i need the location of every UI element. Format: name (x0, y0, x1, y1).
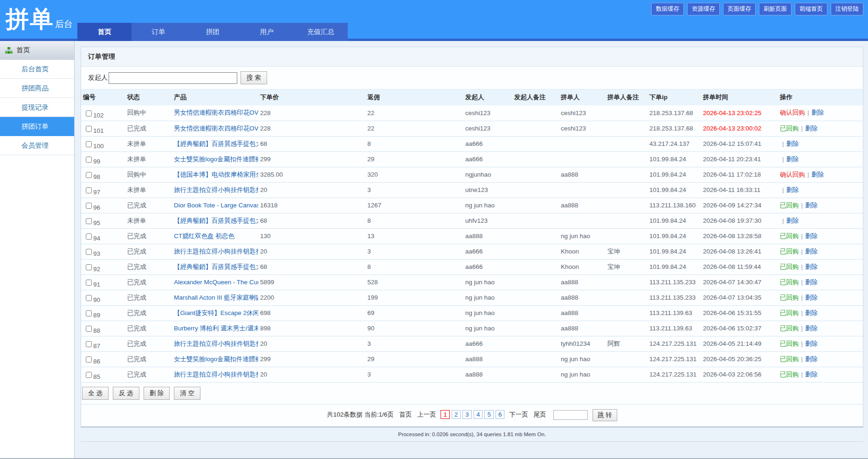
delete-link[interactable]: 删除 (812, 171, 824, 178)
page-link[interactable]: 6 (496, 410, 505, 419)
jump-button[interactable]: 跳 转 (592, 409, 617, 421)
row-checkbox[interactable] (86, 126, 92, 132)
delete-link[interactable]: 删除 (805, 294, 818, 301)
delete-link[interactable]: 删除 (805, 233, 818, 240)
delete-link[interactable]: 删除 (805, 248, 818, 255)
row-checkbox[interactable] (86, 372, 92, 378)
cell-actions: 已回购|删除 (778, 290, 863, 305)
page-next-link[interactable]: 下一页 (509, 411, 528, 418)
delete-link[interactable]: 删除 (805, 279, 818, 286)
product-link[interactable]: Dior Book Tote - Large Canvas Monog (174, 202, 258, 209)
product-link[interactable]: 旅行主題拍立得小狗挂件钥匙扣包包配 (174, 340, 258, 347)
sidebar-item-member-management[interactable]: 会员管理 (0, 136, 74, 155)
product-link[interactable]: 男女情侶連帽衛衣四格印花OVERSIZEI (174, 125, 258, 132)
nav-tab-users[interactable]: 用户 (240, 23, 294, 41)
delete-link[interactable]: 删除 (812, 109, 824, 116)
product-link[interactable]: 旅行主題拍立得小狗挂件钥匙扣包包配 (174, 248, 258, 255)
invert-selection-button[interactable]: 反 选 (113, 387, 139, 400)
delete-link[interactable]: 删除 (805, 356, 818, 363)
nav-tab-group[interactable]: 拼团 (186, 23, 240, 41)
resource-cache-button[interactable]: 资源缓存 (687, 3, 720, 15)
row-checkbox[interactable] (86, 110, 92, 116)
product-link[interactable]: Marshall Acton III 藍牙家庭喇叭 - 奶油 (174, 294, 258, 301)
delete-link[interactable]: 删除 (786, 186, 799, 193)
page-link[interactable]: 2 (452, 410, 461, 419)
product-link[interactable]: 男女情侶連帽衛衣四格印花OVERSIZEI (174, 109, 258, 116)
page-last-link[interactable]: 尾页 (533, 411, 546, 418)
initiator-search-input[interactable] (109, 72, 237, 84)
nav-tab-orders[interactable]: 订单 (131, 23, 186, 41)
product-link[interactable]: 女士雙笑臉logo金屬扣件連體褲 (174, 156, 258, 163)
cell-actions: 确认回购|删除 (778, 167, 863, 182)
sidebar-item-admin-home[interactable]: 后台首页 (0, 60, 74, 79)
row-checkbox[interactable] (86, 295, 92, 301)
product-link[interactable]: 【德国本博】电动按摩椅家用全自动小 (174, 171, 258, 178)
cell-time: 2026-04-08 11:59:44 (701, 259, 778, 274)
buyback-done-label: 已回购 (780, 279, 799, 286)
search-button[interactable]: 搜 索 (241, 71, 267, 84)
nav-tab-home[interactable]: 首页 (77, 23, 131, 41)
select-all-button[interactable]: 全 选 (82, 387, 109, 400)
product-link[interactable]: 旅行主題拍立得小狗挂件钥匙扣包包配 (174, 371, 258, 378)
cell-time: 2026-04-08 13:26:41 (701, 244, 778, 259)
clear-button[interactable]: 清 空 (174, 387, 200, 400)
row-checkbox[interactable] (86, 280, 92, 286)
sidebar-item-group-products[interactable]: 拼团商品 (0, 79, 74, 98)
page-link[interactable]: 5 (484, 410, 494, 419)
cell-commission: 29 (365, 151, 463, 167)
sidebar-item-group-orders[interactable]: 拼团订单 (0, 117, 74, 136)
frontend-home-button[interactable]: 前端首页 (795, 3, 827, 15)
cell-initiator-note (512, 351, 559, 367)
delete-link[interactable]: 删除 (786, 156, 799, 163)
product-link[interactable]: 【經典暢銷】百搭質感手提包大容量水 (174, 263, 258, 270)
jump-page-input[interactable] (553, 410, 588, 420)
delete-selected-button[interactable]: 删 除 (144, 387, 170, 400)
sidebar-item-withdraw-records[interactable]: 提现记录 (0, 98, 74, 117)
row-checkbox[interactable] (86, 356, 92, 363)
delete-link[interactable]: 删除 (805, 371, 818, 378)
row-checkbox[interactable] (86, 341, 92, 347)
row-checkbox[interactable] (86, 249, 92, 255)
row-checkbox[interactable] (86, 264, 92, 270)
row-checkbox[interactable] (86, 310, 92, 316)
logout-button[interactable]: 注销登陆 (831, 3, 863, 15)
refresh-page-button[interactable]: 刷新页面 (759, 3, 792, 15)
row-checkbox[interactable] (86, 218, 92, 224)
table-row: 101已完成男女情侶連帽衛衣四格印花OVERSIZEI22822ceshi123… (81, 121, 863, 136)
delete-link[interactable]: 删除 (786, 140, 799, 147)
confirm-buyback-link[interactable]: 确认回购 (780, 109, 805, 116)
delete-link[interactable]: 删除 (805, 309, 818, 316)
page-link[interactable]: 4 (474, 410, 483, 419)
product-link[interactable]: 【經典暢銷】百搭質感手提包大容量水 (174, 140, 258, 147)
product-link[interactable]: Alexander McQueen - The Curve 迷你 (174, 279, 258, 286)
product-link[interactable]: 【Giant捷安特】Escape 2休闲运动入门 (174, 309, 258, 316)
nav-tab-recharge-summary[interactable]: 充值汇总 (294, 23, 348, 41)
row-checkbox[interactable] (86, 203, 92, 209)
delete-link[interactable]: 删除 (805, 202, 818, 209)
product-link[interactable]: Burberry 博柏利 週末男士/週末女士香 (174, 325, 258, 332)
row-checkbox[interactable] (86, 187, 92, 193)
product-link[interactable]: 旅行主題拍立得小狗挂件钥匙扣包包配 (174, 186, 258, 193)
row-checkbox[interactable] (86, 157, 92, 163)
product-link[interactable]: CT腮红双色盘 初恋色 (174, 233, 234, 240)
page-cache-button[interactable]: 页面缓存 (723, 3, 756, 15)
cell-joiner-note (606, 198, 648, 213)
row-checkbox[interactable] (86, 326, 92, 332)
page-first-link[interactable]: 首页 (399, 411, 412, 418)
delete-link[interactable]: 删除 (805, 325, 818, 332)
row-checkbox[interactable] (86, 172, 92, 178)
row-checkbox[interactable] (86, 233, 92, 240)
page-prev-link[interactable]: 上一页 (417, 411, 436, 418)
cell-actions: 已回购|删除 (778, 367, 863, 382)
delete-link[interactable]: 删除 (786, 217, 799, 224)
sidebar-items: 后台首页拼团商品提现记录拼团订单会员管理 (0, 60, 74, 155)
row-checkbox[interactable] (86, 141, 92, 147)
delete-link[interactable]: 删除 (805, 340, 818, 347)
product-link[interactable]: 【經典暢銷】百搭質感手提包大容量水 (174, 217, 258, 224)
delete-link[interactable]: 删除 (805, 263, 818, 270)
delete-link[interactable]: 删除 (805, 125, 818, 132)
data-cache-button[interactable]: 数据缓存 (651, 3, 684, 15)
confirm-buyback-link[interactable]: 确认回购 (780, 171, 805, 178)
page-link[interactable]: 3 (462, 410, 472, 419)
product-link[interactable]: 女士雙笑臉logo金屬扣件連體褲 (174, 356, 258, 363)
